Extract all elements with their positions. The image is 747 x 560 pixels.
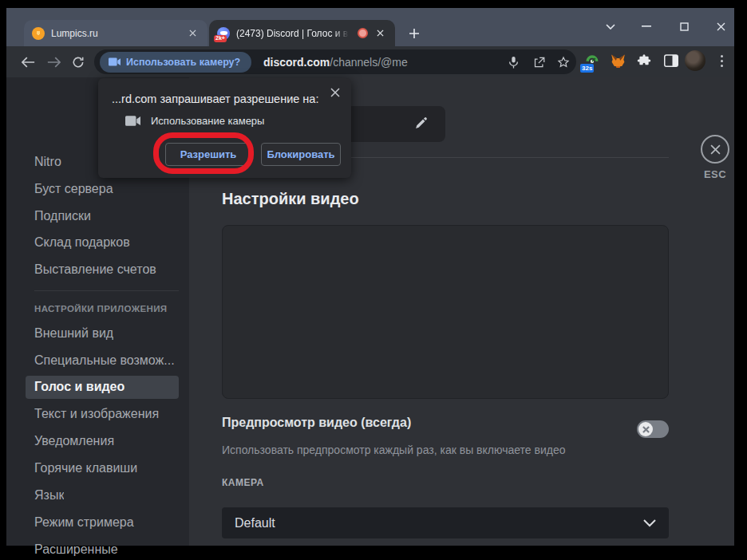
sidebar-divider <box>34 290 179 291</box>
reload-button[interactable] <box>67 51 89 73</box>
tab-title: (2473) Discord | Голос и вид <box>236 28 351 39</box>
camera-permission-badge[interactable]: Использовать камеру? <box>100 52 251 73</box>
sidebar-item-subscriptions[interactable]: Подписки <box>34 207 91 225</box>
microphone-icon[interactable] <box>504 53 523 72</box>
metamask-extension-icon[interactable] <box>607 50 628 71</box>
url-path: /channels/@me <box>330 56 407 69</box>
toggle-knob <box>638 422 653 436</box>
screenshot: Lumpics.ru 2k+ (2473) Discord | Голос и … <box>0 0 747 560</box>
address-bar[interactable]: Использовать камеру? discord.com/channel… <box>94 49 576 74</box>
sidebar-item-keybinds[interactable]: Горячие клавиши <box>34 459 137 477</box>
camera-field-label: КАМЕРА <box>222 477 264 488</box>
chevron-down-icon <box>643 519 656 527</box>
sidebar-item-language[interactable]: Язык <box>34 487 64 504</box>
browser-window: Lumpics.ru 2k+ (2473) Discord | Голос и … <box>6 8 734 546</box>
permission-text: Использование камеры <box>151 115 264 127</box>
extension-badge: 32s <box>580 64 594 73</box>
sidebar-item-accessibility[interactable]: Специальные возмож... <box>34 352 175 369</box>
settings-close-control[interactable]: ESC <box>695 135 735 180</box>
browser-menu-icon[interactable] <box>711 50 732 71</box>
close-settings-icon[interactable] <box>701 135 729 164</box>
camera-badge-label: Использовать камеру? <box>126 57 240 68</box>
back-button[interactable] <box>17 51 39 73</box>
lumpics-favicon-icon <box>32 27 45 40</box>
title-bar: Lumpics.ru 2k+ (2473) Discord | Голос и … <box>6 8 734 46</box>
camera-icon <box>125 116 140 126</box>
extensions-puzzle-icon[interactable] <box>634 50 654 71</box>
tab-discord[interactable]: 2k+ (2473) Discord | Голос и вид <box>209 20 395 46</box>
new-tab-button[interactable] <box>406 26 422 41</box>
block-button[interactable]: Блокировать <box>261 143 341 166</box>
camera-icon <box>109 57 121 66</box>
tab-close-icon[interactable] <box>373 26 387 41</box>
minimize-button[interactable] <box>634 17 658 36</box>
sidebar-item-billing[interactable]: Выставление счетов <box>34 261 156 278</box>
video-preview-toggle-label: Предпросмотр видео (всегда) <box>222 416 411 430</box>
camera-select-value: Default <box>235 516 643 530</box>
toggle-off-x-icon <box>642 426 650 433</box>
side-panel-icon[interactable] <box>661 50 682 71</box>
red-highlight-annotation <box>153 132 254 174</box>
window-chevron-button[interactable] <box>599 17 622 36</box>
forward-button[interactable] <box>42 51 65 73</box>
maximize-button[interactable] <box>672 17 696 36</box>
tab-suspender-extension-icon[interactable]: 32s <box>582 50 603 71</box>
sidebar-section-app-settings: НАСТРОЙКИ ПРИЛОЖЕНИЯ <box>34 302 168 315</box>
esc-label: ESC <box>695 168 735 180</box>
close-window-button[interactable] <box>709 17 733 36</box>
tab-lumpics[interactable]: Lumpics.ru <box>24 20 208 46</box>
video-preview-area <box>222 225 669 399</box>
discord-favicon-icon: 2k+ <box>217 27 230 40</box>
share-icon[interactable] <box>529 53 548 72</box>
bookmark-star-icon[interactable] <box>554 53 573 72</box>
browser-toolbar: Использовать камеру? discord.com/channel… <box>6 46 734 77</box>
permission-row: Использование камеры <box>125 115 264 127</box>
sidebar-item-streamer-mode[interactable]: Режим стримера <box>34 514 134 531</box>
tab-close-icon[interactable] <box>185 26 200 41</box>
video-settings-heading: Настройки видео <box>222 190 359 208</box>
dialog-title: ...rd.com запрашивает разрешение на: <box>112 93 318 105</box>
sidebar-item-text-images[interactable]: Текст и изображения <box>34 405 159 423</box>
camera-recording-indicator-icon <box>358 28 368 38</box>
pencil-icon <box>414 116 428 130</box>
sidebar-item-advanced[interactable]: Расширенные <box>34 541 118 558</box>
url-text: discord.com/channels/@me <box>263 49 408 74</box>
notification-badge: 2k+ <box>214 35 227 42</box>
sidebar-item-boost[interactable]: Буст сервера <box>34 180 113 198</box>
video-preview-toggle[interactable] <box>637 420 669 438</box>
camera-select[interactable]: Default <box>222 507 669 538</box>
video-preview-toggle-description: Использовать предпросмотр каждый раз, ка… <box>222 444 566 456</box>
sidebar-item-notifications[interactable]: Уведомления <box>34 432 114 450</box>
tab-title: Lumpics.ru <box>51 28 179 39</box>
sidebar-item-voice-video[interactable]: Голос и видео <box>34 378 125 396</box>
dialog-close-icon[interactable] <box>327 85 343 101</box>
sidebar-item-appearance[interactable]: Внешний вид <box>34 325 113 342</box>
url-domain: discord.com <box>263 56 330 69</box>
profile-avatar[interactable] <box>685 50 706 71</box>
sidebar-item-gift-inventory[interactable]: Склад подарков <box>34 234 130 251</box>
sidebar-item-nitro[interactable]: Nitro <box>34 153 61 171</box>
